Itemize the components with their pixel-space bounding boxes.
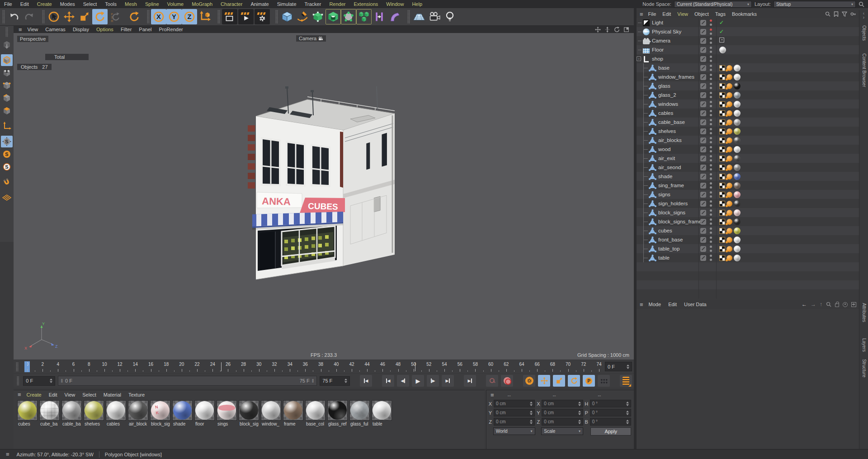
orbit-view-icon[interactable] — [614, 27, 620, 33]
material-tag-icon[interactable] — [734, 182, 741, 189]
phong-tag-icon[interactable] — [726, 201, 732, 207]
history-forward-icon[interactable]: → — [811, 301, 816, 308]
viewport-menu-item[interactable]: Display — [69, 27, 93, 32]
material-tile[interactable]: base_col — [305, 400, 327, 426]
snap-2d-button[interactable]: S — [1, 161, 13, 173]
hamburger-icon[interactable]: ≡ — [4, 451, 11, 458]
enable-toggle[interactable] — [700, 110, 706, 116]
bookmark-icon[interactable] — [834, 11, 839, 17]
add-floor-button[interactable] — [411, 9, 427, 24]
menu-item[interactable]: Tools — [101, 1, 121, 7]
key-rotation-button[interactable] — [568, 375, 580, 387]
attr-menu-item[interactable]: Edit — [665, 302, 680, 307]
key-scale-button[interactable] — [553, 375, 565, 387]
material-tile[interactable]: cables — [106, 400, 128, 426]
uvw-tag-icon[interactable] — [719, 119, 725, 125]
uvw-tag-icon[interactable] — [719, 165, 725, 170]
object-row[interactable]: − sign_holders ✓ — [637, 199, 859, 208]
material-thumbnail[interactable] — [217, 400, 237, 421]
object-row[interactable]: − shade ✓ — [637, 172, 859, 181]
hamburger-icon[interactable]: ≡ — [488, 392, 496, 398]
polygon-mode-button[interactable] — [1, 105, 13, 117]
menu-item[interactable]: Select — [79, 1, 101, 7]
phong-tag-icon[interactable] — [726, 228, 732, 234]
search-icon[interactable] — [859, 1, 864, 7]
enable-toggle[interactable] — [700, 147, 706, 152]
collapse-right-icon[interactable]: › — [863, 15, 864, 19]
enable-toggle[interactable] — [700, 38, 706, 44]
visibility-dots[interactable] — [710, 182, 712, 189]
spinner-arrows-icon[interactable] — [344, 379, 347, 383]
material-thumbnail[interactable] — [349, 400, 370, 421]
visibility-dots[interactable] — [710, 137, 712, 143]
z-axis-lock-button[interactable]: Z — [182, 9, 197, 24]
render-view-button[interactable] — [222, 9, 237, 24]
layout-select[interactable]: Startup ▾ — [774, 1, 856, 8]
object-row[interactable]: − front_base ✓ — [637, 235, 859, 244]
spinner-arrows-icon[interactable] — [50, 379, 52, 383]
viewport-menu-item[interactable]: View — [24, 27, 42, 32]
enable-toggle[interactable] — [700, 201, 706, 207]
visibility-dots[interactable] — [710, 200, 712, 207]
search-icon[interactable] — [825, 11, 830, 17]
hamburger-icon[interactable]: ≡ — [637, 301, 645, 308]
material-thumbnail[interactable] — [106, 400, 126, 421]
uvw-tag-icon[interactable] — [719, 110, 725, 116]
visibility-dots[interactable] — [710, 101, 712, 107]
menu-item[interactable]: Window — [382, 1, 408, 7]
add-spline-pen-button[interactable] — [295, 9, 310, 24]
object-label[interactable]: windows — [658, 101, 678, 107]
object-row[interactable]: − sing_frame ✓ — [637, 181, 859, 190]
hamburger-icon[interactable]: ≡ — [16, 26, 24, 33]
visibility-dots[interactable] — [710, 74, 712, 80]
mograph-effector-button[interactable] — [341, 9, 356, 24]
viewport[interactable]: ≡ ViewCamerasDisplayOptionsFilterPanelPr… — [14, 26, 634, 360]
material-tag-icon[interactable] — [719, 47, 726, 53]
uvw-tag-icon[interactable] — [719, 228, 725, 234]
object-row[interactable]: − Camera ✓ — [637, 36, 859, 45]
menu-item[interactable]: Character — [217, 1, 246, 7]
tctrl-grip[interactable] — [17, 376, 19, 385]
menu-item[interactable]: MoGraph — [188, 1, 217, 7]
viewport-menu-item[interactable]: Cameras — [42, 27, 69, 32]
enable-toggle[interactable] — [700, 128, 706, 134]
material-menu-item[interactable]: Select — [79, 392, 100, 397]
spinner-arrows-icon[interactable] — [578, 420, 581, 424]
phong-tag-icon[interactable] — [726, 119, 732, 125]
x-axis-lock-button[interactable]: X — [151, 9, 166, 24]
spinner-arrows-icon[interactable] — [626, 420, 629, 424]
object-row[interactable]: − Light ✓ — [637, 18, 859, 27]
new-panel-icon[interactable] — [851, 302, 856, 307]
pan-view-icon[interactable] — [595, 27, 601, 33]
enable-toggle[interactable] — [700, 101, 706, 107]
dolly-view-icon[interactable] — [604, 27, 610, 33]
enable-toggle[interactable] — [700, 228, 706, 234]
material-tile[interactable]: floor — [194, 400, 217, 426]
material-tile[interactable]: block_sig — [239, 400, 261, 426]
phong-tag-icon[interactable] — [726, 137, 732, 143]
object-label[interactable]: Floor — [652, 47, 664, 52]
material-tile[interactable]: cubes — [17, 400, 39, 426]
material-tag-icon[interactable] — [734, 110, 741, 117]
visibility-dots[interactable] — [710, 92, 712, 98]
object-label[interactable]: window_frames — [658, 74, 694, 80]
menu-item[interactable]: Help — [408, 1, 426, 7]
timeline-window-button[interactable] — [620, 375, 632, 387]
uvw-tag-icon[interactable] — [719, 101, 725, 107]
rotate-tool[interactable] — [92, 9, 108, 24]
object-label[interactable]: glass — [658, 83, 670, 89]
enable-toggle[interactable] — [700, 29, 706, 35]
uvw-tag-icon[interactable] — [719, 137, 725, 143]
menu-item[interactable]: Extensions — [349, 1, 382, 7]
visibility-dots[interactable] — [710, 237, 712, 243]
menu-item[interactable]: Render — [325, 1, 349, 7]
object-row[interactable]: − windows ✓ — [637, 99, 859, 109]
uvw-tag-icon[interactable] — [719, 246, 725, 252]
tab-structure[interactable]: Structure — [862, 359, 867, 378]
attr-menu-item[interactable]: Mode — [645, 302, 665, 307]
phong-tag-icon[interactable] — [726, 83, 732, 89]
object-row[interactable]: − wood ✓ — [637, 145, 859, 154]
phong-tag-icon[interactable] — [726, 165, 732, 170]
material-menu-item[interactable]: Material — [100, 392, 125, 397]
material-thumbnail[interactable] — [261, 400, 281, 421]
